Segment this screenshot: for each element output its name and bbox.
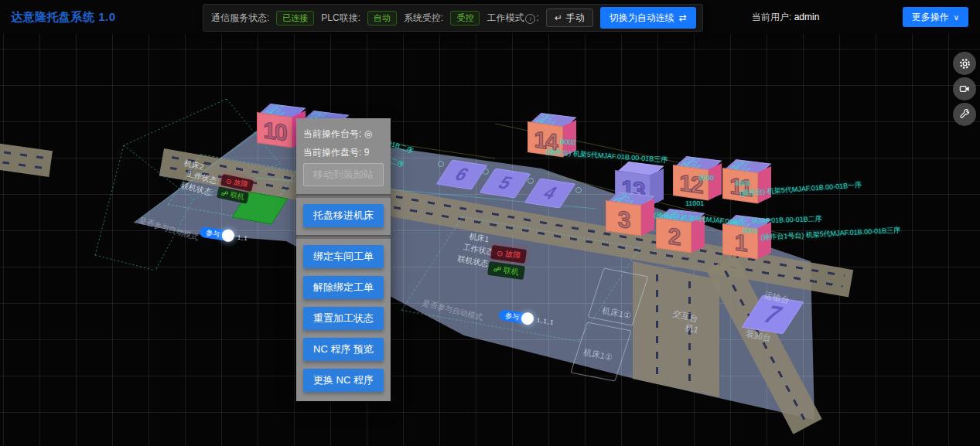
plc-link-badge: 自动 [367, 11, 397, 26]
status-bar: 通信服务状态: 已连接 PLC联接: 自动 系统受控: 受控 工作模式i: ↵ … [203, 4, 703, 32]
manual-mode-button[interactable]: ↵ 手动 [546, 9, 593, 27]
pallet-side-face [641, 199, 654, 236]
current-user: 当前用户: admin [752, 0, 819, 34]
current-pallet-row: 当前操作盘号: 9 [303, 145, 384, 163]
separator [296, 194, 391, 198]
camera-icon [958, 83, 971, 95]
comm-status-label: 通信服务状态: [211, 12, 269, 25]
info-icon: i [525, 14, 535, 24]
replace-nc-program-button[interactable]: 更换 NC 程序 [303, 369, 384, 392]
switch-icon: ⇄ [679, 12, 687, 23]
comm-status-badge: 已连接 [276, 11, 314, 26]
work-order-label: 4001 [735, 179, 750, 187]
pallet-cube-3[interactable]: 已加工净重:21.8 3 [606, 190, 657, 237]
station-value: ◎ [364, 128, 372, 139]
work-order-label: (操作台1号台) 机架5代MJAF.01B.00-01B三序 [760, 226, 900, 243]
chevron-down-icon: ∨ [954, 13, 959, 22]
separator [296, 235, 391, 239]
more-operations-button[interactable]: 更多操作 ∨ [903, 7, 968, 27]
work-order-label: 8001 [743, 226, 758, 234]
work-order-label: 11001 [685, 199, 704, 207]
road-stub-left [0, 143, 53, 177]
pallet-side-face [709, 163, 722, 200]
toggle-knob[interactable] [221, 229, 235, 243]
pallet-number: 3 [606, 202, 641, 237]
unbind-workorder-button[interactable]: 解除绑定工单 [303, 276, 384, 299]
tools-button[interactable] [953, 103, 976, 126]
switch-auto-continuous-button[interactable]: 切换为自动连续 ⇄ [600, 7, 696, 29]
camera-view-button[interactable] [953, 77, 976, 100]
pallet-context-menu: 当前操作台号: ◎ 当前操作盘号: 9 移动到装卸站 托盘移进机床 绑定车间工单… [296, 118, 391, 401]
reset-machining-state-button[interactable]: 重置加工状态 [303, 307, 384, 330]
pallet-side-face [758, 166, 771, 203]
current-station-row: 当前操作台号: ◎ [303, 126, 384, 145]
system-control-label: 系统受控: [404, 12, 443, 25]
move-to-loading-station-button[interactable]: 移动到装卸站 [303, 163, 384, 186]
wrench-icon [958, 108, 971, 121]
app-title: 达意隆托盘系统 1.0 [11, 0, 116, 34]
bind-workorder-button[interactable]: 绑定车间工单 [303, 245, 384, 268]
pallet-into-machine-button[interactable]: 托盘移进机床 [303, 204, 384, 227]
link-icon [220, 189, 229, 198]
scene-viewport[interactable]: 6 5 4 7 已加工净重:21.8 10 已加工净重:21.8 9 已加工净重… [0, 34, 980, 446]
fault-icon: ⊙ [225, 177, 232, 186]
work-mode-label: 工作模式i: [487, 12, 538, 25]
gear-icon [958, 57, 971, 70]
enter-key-icon: ↵ [555, 12, 562, 23]
work-order-label: 5000 [698, 174, 714, 182]
plc-link-label: PLC联接: [321, 12, 360, 25]
pallet-value: 9 [364, 147, 370, 158]
link-icon [493, 265, 501, 274]
top-bar: 达意隆托盘系统 1.0 通信服务状态: 已连接 PLC联接: 自动 系统受控: … [0, 0, 980, 34]
nc-program-preview-button[interactable]: NC 程序 预览 [303, 338, 384, 361]
settings-button[interactable] [953, 52, 976, 75]
fault-icon: ⊙ [496, 248, 504, 257]
work-order-label: B002 [559, 138, 576, 146]
pallet-number: 12 [673, 166, 709, 202]
pallet-number: 2 [656, 219, 691, 254]
toggle-flags: 1,1,1 [536, 316, 555, 325]
pallet-number: 10 [257, 114, 292, 149]
toggle-flags: 1,1 [237, 233, 248, 242]
work-order-label: MJAF.01B.00-01B二序 [752, 214, 822, 226]
work-order-label: (操作台) 机架5代MJAF.01B.00-01B三序 [545, 147, 668, 165]
system-control-badge: 受控 [450, 11, 480, 26]
